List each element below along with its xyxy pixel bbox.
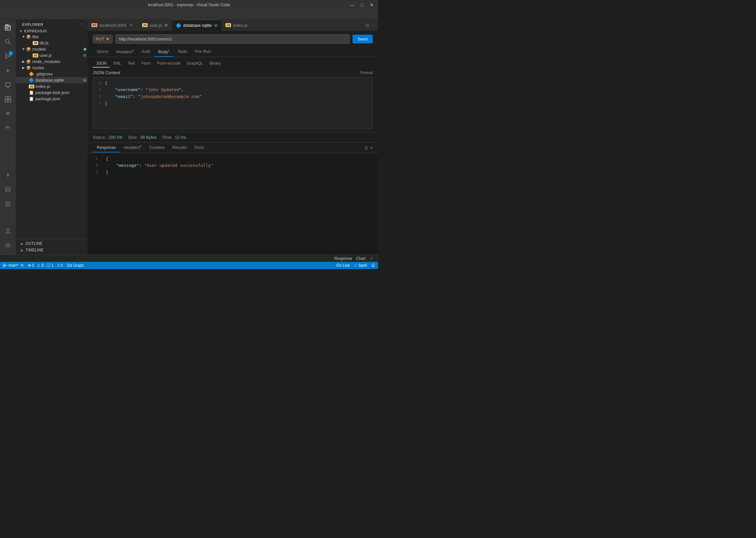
resp-tab-headers[interactable]: Headers6: [120, 143, 145, 152]
more-tabs-icon[interactable]: ⋯: [371, 23, 376, 28]
tab-label-userjs: user.js: [149, 23, 162, 28]
req-tab-auth[interactable]: Auth: [138, 47, 154, 57]
activity-icon-remote[interactable]: [1, 79, 14, 91]
chart-bottom-btn[interactable]: Chart: [356, 256, 366, 261]
list-btn[interactable]: ≡: [370, 145, 373, 150]
activity-icon-run-debug[interactable]: [1, 64, 14, 77]
errors-status[interactable]: ⊗ 0 ⚠ 0 ⓘ 1: [28, 263, 54, 268]
req-tab-query[interactable]: Query: [93, 47, 112, 57]
tree-item-package-lock[interactable]: 📋 package-lock.json: [16, 89, 87, 96]
minimize-button[interactable]: —: [349, 2, 356, 8]
resp-tab-results[interactable]: Results: [169, 143, 191, 152]
branch-status[interactable]: main* ↻: [3, 263, 24, 268]
tab-localhost[interactable]: TC localhost:3001 ×: [87, 20, 138, 31]
ports-status[interactable]: ⎋ 0: [57, 263, 63, 268]
timeline-panel[interactable]: ▶ TIMELINE: [21, 247, 82, 253]
tab-indexjs[interactable]: JS index.js: [221, 20, 252, 31]
dbsqlite-modified: M: [83, 79, 86, 82]
url-bar: PUT ▼ Send: [87, 31, 378, 47]
req-tab-headers[interactable]: Headers2: [112, 47, 138, 57]
json-content-label: JSON Content: [93, 70, 120, 75]
tab-database-sqlite[interactable]: 🔷 database.sqlite M: [172, 20, 222, 31]
json-section: JSON Content Format 1 { 2 "username": "J…: [87, 68, 378, 132]
tab-userjs[interactable]: JS user.js M: [138, 20, 172, 31]
spell-status[interactable]: ✓ Spell: [354, 263, 367, 268]
close-button[interactable]: ✕: [368, 2, 376, 8]
tab-modified-sqlite: M: [214, 24, 217, 27]
svg-rect-20: [5, 127, 7, 128]
body-tab-xml[interactable]: XML: [110, 60, 125, 68]
json-label: JSON Content Format: [93, 70, 373, 75]
go-live-status[interactable]: Go Live: [336, 263, 350, 268]
activity-icon-layers[interactable]: [1, 197, 14, 210]
status-label: Status: 200 OK: [93, 135, 123, 140]
activity-icon-explorer[interactable]: [1, 21, 14, 34]
tree-item-user-js[interactable]: JS user.js M: [16, 52, 87, 58]
json-format-btn[interactable]: {}: [365, 145, 368, 150]
source-control-badge: 2: [9, 51, 13, 56]
req-tab-body[interactable]: Body1: [154, 47, 173, 57]
svg-rect-16: [5, 96, 8, 99]
svg-marker-11: [7, 69, 10, 72]
tree-item-libs[interactable]: ▼ 📦 libs: [16, 34, 87, 40]
json-editor[interactable]: 1 { 2 "username": "John Updated", 3 "ema…: [93, 77, 373, 129]
tree-item-node-modules[interactable]: ▶ 📦 node_modules: [16, 58, 87, 65]
format-button[interactable]: Format: [360, 71, 373, 75]
tree-item-db-js[interactable]: JS db.js: [16, 40, 87, 46]
body-tab-form[interactable]: Form: [138, 60, 154, 68]
info-count: ⓘ 1: [46, 263, 54, 268]
req-tab-prerun[interactable]: Pre Run: [191, 47, 215, 57]
body-tab-text[interactable]: Text: [125, 60, 138, 68]
ports-count: ⎋ 0: [57, 263, 63, 268]
body-tab-json[interactable]: JSON: [93, 60, 110, 68]
bottom-bar: Response Chart ↗: [0, 255, 378, 262]
resp-tab-cookies[interactable]: Cookies: [145, 143, 169, 152]
method-label: PUT: [96, 36, 104, 41]
account-icon[interactable]: [1, 225, 14, 238]
body-tab-binary[interactable]: Binary: [206, 60, 224, 68]
tab-close-localhost[interactable]: ×: [129, 23, 134, 28]
resp-tab-response[interactable]: Response: [93, 143, 120, 152]
tree-item-gitignore[interactable]: 🔶 .gitignore: [16, 71, 87, 77]
tree-item-models[interactable]: ▼ 📦 models: [16, 46, 87, 52]
activity-icon-search[interactable]: [1, 35, 14, 48]
tree-item-routes[interactable]: ▶ 📦 routes: [16, 65, 87, 71]
svg-rect-23: [7, 126, 8, 127]
svg-point-15: [6, 84, 7, 84]
resp-tab-docs[interactable]: Docs: [191, 143, 208, 152]
outline-panel[interactable]: ▶ OUTLINE: [21, 240, 82, 247]
tree-label-dbjs: db.js: [39, 40, 48, 45]
send-button[interactable]: Send: [353, 34, 373, 43]
maximize-button[interactable]: □: [358, 2, 366, 8]
url-input[interactable]: [115, 34, 350, 44]
activity-icon-docker[interactable]: [1, 122, 14, 134]
activity-bar: 2: [0, 20, 16, 255]
tree-item-package-json[interactable]: 📋 package.json: [16, 96, 87, 102]
body-tab-graphql[interactable]: GraphQL: [184, 60, 206, 68]
req-tab-tests[interactable]: Tests: [173, 47, 191, 57]
response-bottom-btn[interactable]: Response: [334, 256, 352, 261]
main-layout: 2: [0, 20, 378, 255]
activity-icon-extensions[interactable]: [1, 93, 14, 106]
tree-project-root[interactable]: ▼ EXPRESSJS: [16, 28, 87, 34]
svg-rect-21: [7, 127, 8, 128]
tree-item-index-js[interactable]: JS index.js: [16, 83, 87, 89]
tree-item-database-sqlite[interactable]: 🔷 database.sqlite M: [16, 77, 87, 83]
editor-area: TC localhost:3001 × JS user.js M 🔷 datab…: [87, 20, 378, 255]
git-graph-status[interactable]: Git Graph: [67, 263, 84, 268]
body-tab-formencode[interactable]: Form-encode: [154, 60, 184, 68]
menu-bar: [0, 10, 378, 20]
activity-icon-gitlens[interactable]: [1, 107, 14, 120]
outline-arrow: ▶: [21, 242, 24, 245]
method-select[interactable]: PUT ▼: [93, 34, 113, 43]
activity-icon-thunder[interactable]: [1, 168, 14, 182]
activity-icon-database[interactable]: [1, 183, 14, 196]
settings-icon[interactable]: [1, 239, 14, 252]
response-tabs: Response Headers6 Cookies Results Docs {…: [87, 143, 378, 153]
error-count: ⊗ 0: [28, 263, 34, 268]
tab-label-sqlite: database.sqlite: [183, 23, 212, 28]
more-options-icon[interactable]: ⋯: [80, 22, 84, 27]
split-editor-icon[interactable]: ⊟: [366, 23, 369, 28]
notification-bell[interactable]: [371, 263, 376, 268]
activity-icon-source-control[interactable]: 2: [1, 50, 14, 63]
